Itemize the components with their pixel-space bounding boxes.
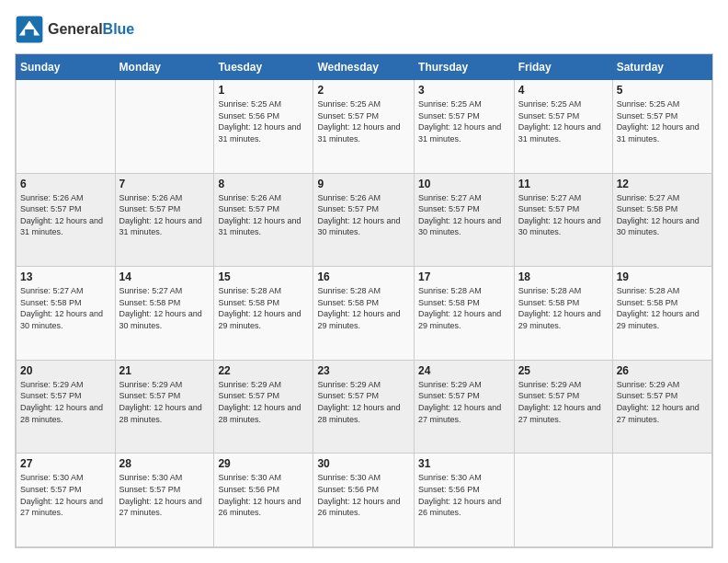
day-detail: Sunrise: 5:27 AM Sunset: 5:57 PM Dayligh…	[418, 192, 510, 238]
day-cell: 21Sunrise: 5:29 AM Sunset: 5:57 PM Dayli…	[115, 360, 214, 454]
day-number: 24	[418, 364, 510, 377]
day-cell: 1Sunrise: 5:25 AM Sunset: 5:56 PM Daylig…	[214, 80, 313, 174]
day-number: 21	[119, 364, 210, 377]
day-cell: 18Sunrise: 5:28 AM Sunset: 5:58 PM Dayli…	[514, 267, 612, 361]
day-cell: 24Sunrise: 5:29 AM Sunset: 5:57 PM Dayli…	[415, 360, 515, 454]
day-cell: 3Sunrise: 5:25 AM Sunset: 5:57 PM Daylig…	[415, 80, 515, 174]
day-cell: 11Sunrise: 5:27 AM Sunset: 5:57 PM Dayli…	[514, 173, 612, 267]
day-cell	[514, 454, 612, 547]
day-cell: 10Sunrise: 5:27 AM Sunset: 5:57 PM Dayli…	[415, 173, 515, 267]
day-number: 2	[317, 84, 410, 97]
day-number: 23	[317, 364, 410, 377]
day-cell: 17Sunrise: 5:28 AM Sunset: 5:58 PM Dayli…	[415, 267, 515, 361]
day-number: 11	[518, 178, 609, 190]
day-cell: 13Sunrise: 5:27 AM Sunset: 5:58 PM Dayli…	[17, 267, 116, 361]
day-cell: 4Sunrise: 5:25 AM Sunset: 5:57 PM Daylig…	[514, 80, 612, 174]
day-cell: 9Sunrise: 5:26 AM Sunset: 5:57 PM Daylig…	[313, 173, 415, 267]
day-cell: 14Sunrise: 5:27 AM Sunset: 5:58 PM Dayli…	[115, 267, 214, 361]
day-detail: Sunrise: 5:29 AM Sunset: 5:57 PM Dayligh…	[20, 379, 111, 425]
weekday-sunday: Sunday	[17, 55, 116, 80]
day-detail: Sunrise: 5:25 AM Sunset: 5:57 PM Dayligh…	[317, 98, 410, 144]
day-detail: Sunrise: 5:30 AM Sunset: 5:56 PM Dayligh…	[317, 472, 410, 518]
day-cell	[612, 454, 711, 547]
day-number: 8	[218, 178, 309, 190]
day-cell	[17, 80, 116, 174]
day-detail: Sunrise: 5:30 AM Sunset: 5:56 PM Dayligh…	[218, 472, 309, 518]
day-detail: Sunrise: 5:27 AM Sunset: 5:58 PM Dayligh…	[119, 285, 210, 331]
weekday-friday: Friday	[514, 55, 612, 80]
day-cell: 20Sunrise: 5:29 AM Sunset: 5:57 PM Dayli…	[17, 360, 116, 454]
day-detail: Sunrise: 5:29 AM Sunset: 5:57 PM Dayligh…	[317, 379, 410, 425]
weekday-wednesday: Wednesday	[313, 55, 415, 80]
day-number: 18	[518, 270, 609, 283]
weekday-tuesday: Tuesday	[214, 55, 313, 80]
day-detail: Sunrise: 5:28 AM Sunset: 5:58 PM Dayligh…	[418, 285, 510, 331]
week-row-5: 27Sunrise: 5:30 AM Sunset: 5:57 PM Dayli…	[17, 454, 712, 547]
week-row-3: 13Sunrise: 5:27 AM Sunset: 5:58 PM Dayli…	[17, 267, 712, 361]
day-detail: Sunrise: 5:26 AM Sunset: 5:57 PM Dayligh…	[317, 192, 410, 238]
day-detail: Sunrise: 5:28 AM Sunset: 5:58 PM Dayligh…	[218, 285, 309, 331]
day-cell: 23Sunrise: 5:29 AM Sunset: 5:57 PM Dayli…	[313, 360, 415, 454]
day-detail: Sunrise: 5:30 AM Sunset: 5:57 PM Dayligh…	[20, 472, 111, 518]
day-detail: Sunrise: 5:30 AM Sunset: 5:56 PM Dayligh…	[418, 472, 510, 518]
day-detail: Sunrise: 5:29 AM Sunset: 5:57 PM Dayligh…	[119, 379, 210, 425]
day-detail: Sunrise: 5:26 AM Sunset: 5:57 PM Dayligh…	[20, 192, 111, 238]
day-cell: 28Sunrise: 5:30 AM Sunset: 5:57 PM Dayli…	[115, 454, 214, 547]
day-detail: Sunrise: 5:26 AM Sunset: 5:57 PM Dayligh…	[218, 192, 309, 238]
day-number: 10	[418, 178, 510, 190]
day-cell	[115, 80, 214, 174]
day-cell: 19Sunrise: 5:28 AM Sunset: 5:58 PM Dayli…	[612, 267, 711, 361]
day-number: 27	[20, 457, 111, 470]
day-detail: Sunrise: 5:25 AM Sunset: 5:57 PM Dayligh…	[617, 98, 708, 144]
day-cell: 6Sunrise: 5:26 AM Sunset: 5:57 PM Daylig…	[17, 173, 116, 267]
day-detail: Sunrise: 5:28 AM Sunset: 5:58 PM Dayligh…	[518, 285, 609, 331]
day-number: 15	[218, 270, 309, 283]
day-detail: Sunrise: 5:29 AM Sunset: 5:57 PM Dayligh…	[418, 379, 510, 425]
logo: GeneralBlue	[15, 15, 134, 44]
day-number: 7	[119, 178, 210, 190]
day-detail: Sunrise: 5:27 AM Sunset: 5:58 PM Dayligh…	[617, 192, 708, 238]
day-detail: Sunrise: 5:29 AM Sunset: 5:57 PM Dayligh…	[218, 379, 309, 425]
day-detail: Sunrise: 5:25 AM Sunset: 5:57 PM Dayligh…	[418, 98, 510, 144]
day-cell: 12Sunrise: 5:27 AM Sunset: 5:58 PM Dayli…	[612, 173, 711, 267]
day-number: 14	[119, 270, 210, 283]
day-detail: Sunrise: 5:27 AM Sunset: 5:57 PM Dayligh…	[518, 192, 609, 238]
day-number: 22	[218, 364, 309, 377]
day-number: 31	[418, 457, 510, 470]
day-number: 30	[317, 457, 410, 470]
day-cell: 7Sunrise: 5:26 AM Sunset: 5:57 PM Daylig…	[115, 173, 214, 267]
day-detail: Sunrise: 5:29 AM Sunset: 5:57 PM Dayligh…	[518, 379, 609, 425]
day-cell: 26Sunrise: 5:29 AM Sunset: 5:57 PM Dayli…	[612, 360, 711, 454]
day-cell: 25Sunrise: 5:29 AM Sunset: 5:57 PM Dayli…	[514, 360, 612, 454]
day-cell: 29Sunrise: 5:30 AM Sunset: 5:56 PM Dayli…	[214, 454, 313, 547]
week-row-1: 1Sunrise: 5:25 AM Sunset: 5:56 PM Daylig…	[17, 80, 712, 174]
day-cell: 27Sunrise: 5:30 AM Sunset: 5:57 PM Dayli…	[17, 454, 116, 547]
day-number: 19	[617, 270, 708, 283]
week-row-4: 20Sunrise: 5:29 AM Sunset: 5:57 PM Dayli…	[17, 360, 712, 454]
day-number: 25	[518, 364, 609, 377]
header: GeneralBlue	[15, 15, 713, 44]
day-number: 3	[418, 84, 510, 97]
day-number: 5	[617, 84, 708, 97]
day-detail: Sunrise: 5:28 AM Sunset: 5:58 PM Dayligh…	[617, 285, 708, 331]
svg-rect-2	[25, 29, 34, 37]
day-cell: 31Sunrise: 5:30 AM Sunset: 5:56 PM Dayli…	[415, 454, 515, 547]
day-cell: 22Sunrise: 5:29 AM Sunset: 5:57 PM Dayli…	[214, 360, 313, 454]
weekday-saturday: Saturday	[612, 55, 711, 80]
day-detail: Sunrise: 5:30 AM Sunset: 5:57 PM Dayligh…	[119, 472, 210, 518]
day-number: 29	[218, 457, 309, 470]
day-number: 17	[418, 270, 510, 283]
day-detail: Sunrise: 5:28 AM Sunset: 5:58 PM Dayligh…	[317, 285, 410, 331]
day-cell: 2Sunrise: 5:25 AM Sunset: 5:57 PM Daylig…	[313, 80, 415, 174]
day-number: 4	[518, 84, 609, 97]
day-number: 13	[20, 270, 111, 283]
day-cell: 5Sunrise: 5:25 AM Sunset: 5:57 PM Daylig…	[612, 80, 711, 174]
weekday-thursday: Thursday	[415, 55, 515, 80]
day-cell: 15Sunrise: 5:28 AM Sunset: 5:58 PM Dayli…	[214, 267, 313, 361]
day-detail: Sunrise: 5:27 AM Sunset: 5:58 PM Dayligh…	[20, 285, 111, 331]
week-row-2: 6Sunrise: 5:26 AM Sunset: 5:57 PM Daylig…	[17, 173, 712, 267]
weekday-monday: Monday	[115, 55, 214, 80]
day-number: 20	[20, 364, 111, 377]
logo-icon	[15, 15, 44, 44]
day-cell: 16Sunrise: 5:28 AM Sunset: 5:58 PM Dayli…	[313, 267, 415, 361]
